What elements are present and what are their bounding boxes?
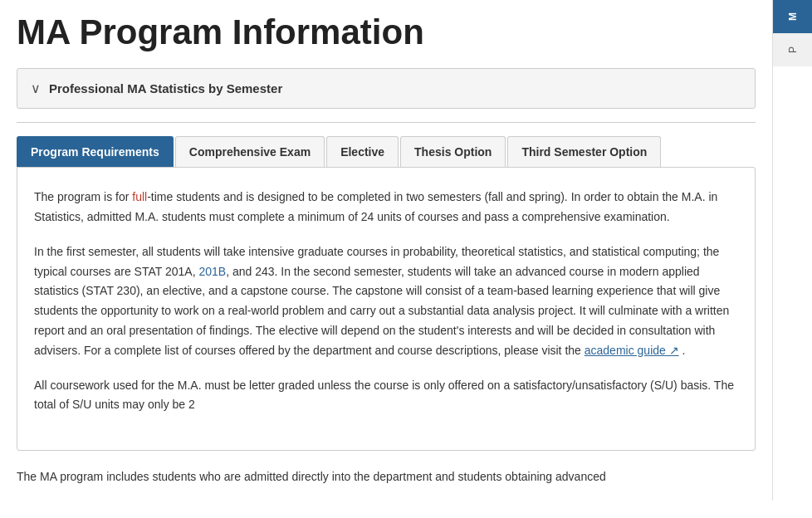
bottom-paragraph: The MA program includes students who are… [17,467,756,487]
accordion-header[interactable]: ∨ Professional MA Statistics by Semester [17,69,755,108]
sidebar-tab-active[interactable]: M [773,0,812,33]
tab-elective[interactable]: Elective [326,136,399,167]
content-paragraph-3: All coursework used for the M.A. must be… [34,376,738,416]
tab-third-semester-option[interactable]: Third Semester Option [507,136,661,167]
tab-program-requirements[interactable]: Program Requirements [17,136,174,167]
accordion-chevron-icon: ∨ [31,81,41,96]
tab-thesis-option[interactable]: Thesis Option [400,136,506,167]
accordion-section[interactable]: ∨ Professional MA Statistics by Semester [17,68,756,109]
accordion-title: Professional MA Statistics by Semester [49,81,282,95]
page-layout: MA Program Information ∨ Professional MA… [0,0,812,501]
sidebar: M P [772,0,812,501]
divider [17,122,756,123]
tab-content-box: The program is for full-time students an… [17,167,756,451]
sidebar-tab-inactive[interactable]: P [773,33,812,66]
main-content: MA Program Information ∨ Professional MA… [0,0,772,501]
content-paragraph-1: The program is for full-time students an… [34,188,738,227]
tab-comprehensive-exam[interactable]: Comprehensive Exam [175,136,325,167]
academic-guide-link[interactable]: academic guide ↗ [585,344,679,357]
content-paragraph-2: In the first semester, all students will… [34,242,738,361]
page-title: MA Program Information [17,13,756,51]
tabs-container: Program Requirements Comprehensive Exam … [17,136,756,167]
